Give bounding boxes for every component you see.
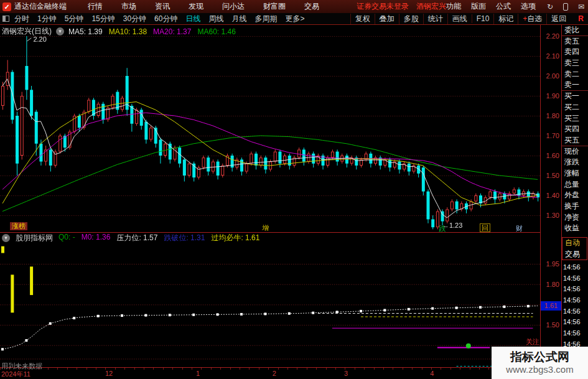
refresh-icon[interactable]: ↻ xyxy=(547,2,553,11)
quote-sidebar: 委比卖五卖四卖三卖二卖一买一买二买三买四买五现价涨跌涨幅总量外盘换手净资收益 自… xyxy=(562,25,588,379)
watermark: 指标公式网 www.zbgs3.com xyxy=(492,347,588,379)
chart-marker: 跌 xyxy=(439,224,446,233)
indicator-value: Q0: - xyxy=(58,233,75,243)
sidebar-row[interactable]: 收益 xyxy=(562,223,588,234)
period-tab[interactable]: 多周期 xyxy=(254,14,277,24)
tool-button[interactable]: 标记 xyxy=(493,14,518,24)
ma-value: MA10: 1.38 xyxy=(109,27,147,36)
tool-button[interactable]: 画线 xyxy=(447,14,472,24)
period-tab[interactable]: 周线 xyxy=(208,14,223,24)
sidebar-row[interactable]: 委比 xyxy=(562,25,588,36)
menu-item[interactable]: 资讯 xyxy=(155,1,170,12)
title-bar: ✓ 通达信金融终端 行情市场资讯发现问小达财富圈交易 证券交易未登录酒钢宏兴 功… xyxy=(0,0,588,13)
trade-time: 14:56 xyxy=(562,273,588,284)
date-tick: 2 xyxy=(273,370,276,377)
future-data-note: 用到未来数据 xyxy=(1,362,42,371)
menu-item[interactable]: 功能 xyxy=(446,1,461,12)
chevron-down-icon[interactable]: ▾ xyxy=(56,27,64,35)
period-tab[interactable]: 15分钟 xyxy=(91,14,114,24)
menu-item[interactable]: 财富圈 xyxy=(263,1,286,12)
auto-trade-box[interactable]: 自动 交易 xyxy=(562,237,587,260)
watermark-title: 指标公式网 xyxy=(510,350,569,364)
chart-marker: 财 xyxy=(516,224,523,233)
chart-marker: 回 xyxy=(480,223,490,232)
alert-text[interactable]: 酒钢宏兴 xyxy=(416,1,446,12)
chart-marker: 增 xyxy=(262,223,269,233)
menu-item[interactable]: 行情 xyxy=(88,1,103,12)
indicator-tick: 1.95 xyxy=(546,260,559,268)
period-tabs: 分时1分钟5分钟15分钟30分钟60分钟日线周线月线多周期更多> xyxy=(14,14,304,24)
menu-item[interactable]: 版面 xyxy=(471,1,486,12)
date-tick: 1 xyxy=(196,370,200,377)
alert-text[interactable]: 证券交易未登录 xyxy=(357,1,409,12)
sidebar-row[interactable]: 净资 xyxy=(562,212,588,223)
main-chart-canvas[interactable] xyxy=(0,25,540,367)
sidebar-row[interactable]: 总量 xyxy=(562,179,588,190)
sidebar-row[interactable]: 涨幅 xyxy=(562,168,588,179)
tool-button[interactable]: 复权 xyxy=(350,14,375,24)
indicator-tick: 1.80 xyxy=(546,281,559,288)
tool-button[interactable]: 多股 xyxy=(399,14,423,24)
period-tab[interactable]: 30分钟 xyxy=(123,14,146,24)
period-tab[interactable]: 月线 xyxy=(231,14,246,24)
period-tab[interactable]: 日线 xyxy=(185,14,200,24)
sidebar-row[interactable]: 卖四 xyxy=(562,47,588,58)
period-tab[interactable]: 分时 xyxy=(14,14,29,24)
menu-item[interactable]: 公式 xyxy=(496,1,511,12)
phone-icon[interactable] xyxy=(563,3,568,11)
app-title: 通达信金融终端 xyxy=(14,1,67,12)
sidebar-row[interactable]: 现价 xyxy=(562,146,588,157)
ma-value: MA60: 1.46 xyxy=(197,27,235,36)
indicator-header: ▾ 股朋指标网 Q0: -M0: 1.36压力位: 1.57跌破位: 1.31过… xyxy=(2,233,259,243)
period-tab[interactable]: 60分钟 xyxy=(154,14,177,24)
indicator-name[interactable]: 股朋指标网 xyxy=(16,233,53,243)
tool-button[interactable]: F10 xyxy=(472,14,494,23)
app-logo-icon[interactable]: ✓ xyxy=(2,2,11,11)
sidebar-row[interactable]: 买三 xyxy=(562,113,588,124)
date-tick: 4 xyxy=(430,370,434,377)
period-tab[interactable]: 更多> xyxy=(285,14,304,24)
period-tab[interactable]: 5分钟 xyxy=(65,14,84,24)
indicator-value: 过均必牛: 1.61 xyxy=(211,233,259,243)
menu-item[interactable]: 市场 xyxy=(121,1,136,12)
tdx-terminal-window: ✓ 通达信金融终端 行情市场资讯发现问小达财富圈交易 证券交易未登录酒钢宏兴 功… xyxy=(0,0,588,379)
price-tick: 1.70 xyxy=(546,132,559,139)
r-badge[interactable]: R xyxy=(571,14,588,23)
sidebar-row[interactable]: 外盘 xyxy=(562,190,588,201)
sidebar-row[interactable]: 卖二 xyxy=(562,69,588,80)
menu-item[interactable]: 发现 xyxy=(189,1,203,12)
menu-item[interactable]: 选项 xyxy=(521,1,536,12)
menu-item[interactable]: 问小达 xyxy=(222,1,245,12)
sidebar-row[interactable]: 卖一 xyxy=(562,80,588,91)
tool-button[interactable]: 返回 xyxy=(546,14,571,24)
current-value-badge: 1.61 xyxy=(541,301,561,311)
tool-button[interactable]: 统计 xyxy=(423,14,447,24)
sidebar-row[interactable]: 卖五 xyxy=(562,36,588,47)
price-tick: 1.90 xyxy=(546,92,559,100)
indicator-values: Q0: -M0: 1.36压力位: 1.57跌破位: 1.31过均必牛: 1.6… xyxy=(58,233,259,243)
period-tab[interactable]: 1分钟 xyxy=(37,14,57,24)
tool-button[interactable]: 叠加 xyxy=(375,14,399,24)
main-menu: 行情市场资讯发现问小达财富圈交易 xyxy=(88,1,319,12)
price-tick: 1.40 xyxy=(546,192,559,199)
chevron-down-icon[interactable]: ▾ xyxy=(2,234,10,242)
tool-button[interactable]: +自选 xyxy=(518,14,546,24)
auto-trade-line2: 交易 xyxy=(562,249,587,260)
period-toolbar: 分时1分钟5分钟15分钟30分钟60分钟日线周线月线多周期更多> 复权叠加多股统… xyxy=(0,13,588,25)
menu-item[interactable]: 交易 xyxy=(304,1,319,12)
sidebar-row[interactable]: 卖三 xyxy=(562,58,588,69)
price-axis: 2.202.102.001.901.801.701.601.501.401.30… xyxy=(540,25,562,367)
sidebar-row[interactable]: 买二 xyxy=(562,102,588,113)
sidebar-row[interactable]: 换手 xyxy=(562,201,588,212)
indicator-tick: 1.50 xyxy=(546,321,559,329)
window-split-icon[interactable] xyxy=(2,16,9,22)
sidebar-row[interactable]: 涨跌 xyxy=(562,157,588,168)
ma-value: MA20: 1.37 xyxy=(153,27,191,36)
indicator-value: 跌破位: 1.31 xyxy=(164,233,205,243)
sidebar-row[interactable]: 买五 xyxy=(562,135,588,146)
sidebar-row[interactable]: 买一 xyxy=(562,91,588,102)
price-tick: 2.20 xyxy=(546,32,559,40)
sidebar-row[interactable]: 买四 xyxy=(562,124,588,135)
mail-icon[interactable]: ✉ xyxy=(578,2,584,11)
symbol-title[interactable]: 酒钢宏兴(日线) xyxy=(2,26,52,37)
